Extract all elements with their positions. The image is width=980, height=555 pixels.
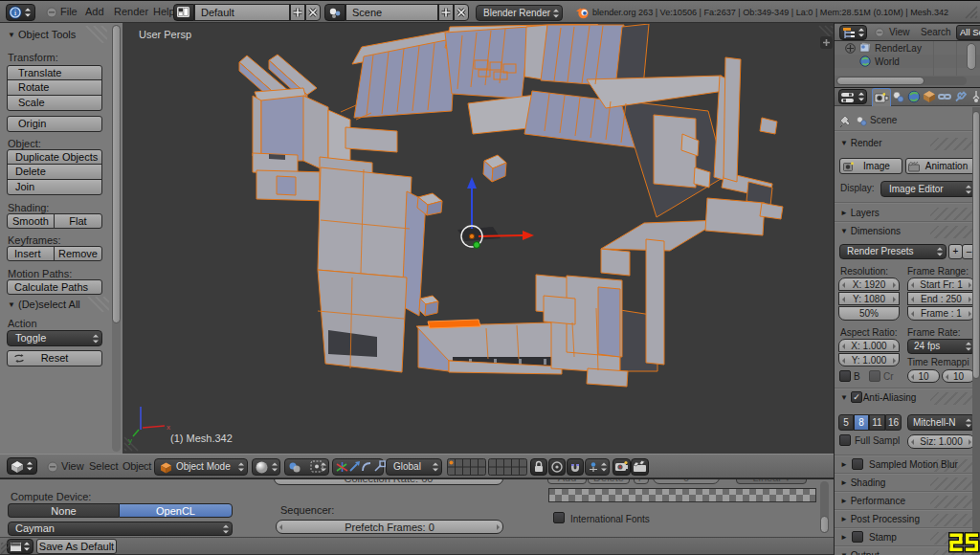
svg-text:x: x <box>167 423 170 432</box>
